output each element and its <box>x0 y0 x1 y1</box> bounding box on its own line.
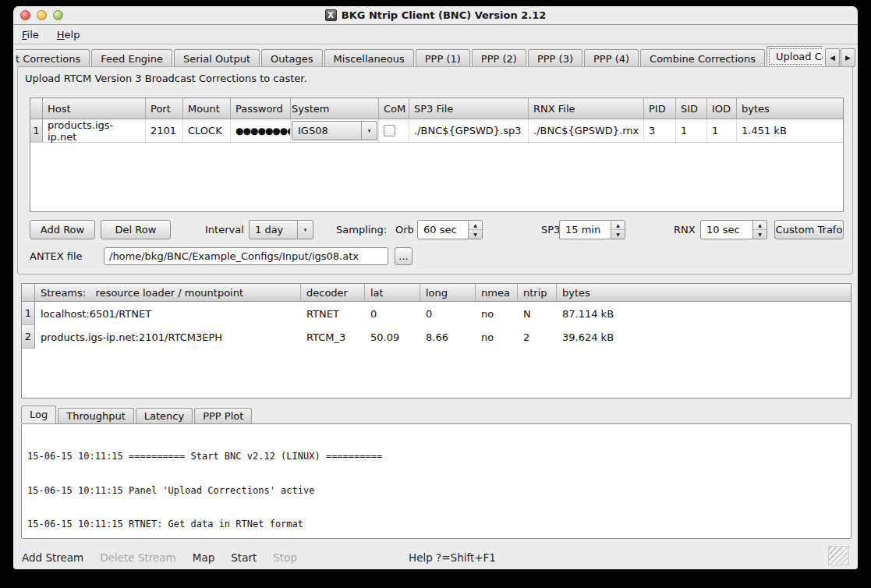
tab-broadcast-corrections[interactable]: t Corrections <box>16 49 90 67</box>
add-row-button[interactable]: Add Row <box>30 220 95 239</box>
column-header-com[interactable]: CoM <box>379 98 409 119</box>
resize-grip[interactable] <box>828 546 849 565</box>
spin-up-icon[interactable]: ▲ <box>611 221 625 230</box>
stream-row[interactable]: 1 localhost:6501/RTNET RTNET 0 0 no N 87… <box>22 302 851 325</box>
column-header-ntrip[interactable]: ntrip <box>518 284 557 301</box>
mount-cell[interactable]: CLOCK <box>183 119 231 142</box>
column-header-sid[interactable]: SID <box>676 98 707 119</box>
tab-feed-engine[interactable]: Feed Engine <box>91 49 172 67</box>
system-combobox[interactable]: IGS08 ▾ <box>292 121 377 140</box>
spin-up-icon[interactable]: ▲ <box>469 221 482 230</box>
rnx-file-cell[interactable]: ./BNC${GPSWD}.rnx <box>529 119 644 142</box>
column-header-iod[interactable]: IOD <box>707 98 737 119</box>
browse-button[interactable]: ... <box>395 247 412 265</box>
lat-cell[interactable]: 0 <box>365 302 420 325</box>
tab-ppp-2[interactable]: PPP (2) <box>472 49 526 67</box>
chevron-down-icon[interactable]: ▾ <box>297 221 313 239</box>
tab-latency[interactable]: Latency <box>136 408 193 423</box>
column-header-mountpoint[interactable]: Streams: resource loader / mountpoint <box>35 284 301 301</box>
stop-button: Stop <box>273 551 297 564</box>
log-output[interactable]: 15-06-15 10:11:15 ========== Start BNC v… <box>21 423 852 539</box>
map-button[interactable]: Map <box>193 551 215 564</box>
antex-file-input[interactable] <box>104 247 388 265</box>
tab-scroll-right-icon[interactable]: ▶ <box>841 48 855 67</box>
spin-down-icon[interactable]: ▼ <box>753 230 767 239</box>
rnx-spinbox[interactable]: 10 sec ▲▼ <box>700 220 767 239</box>
nmea-cell[interactable]: no <box>476 302 518 325</box>
column-header-decoder[interactable]: decoder <box>301 284 365 301</box>
tab-ppp-4[interactable]: PPP (4) <box>584 49 639 67</box>
bytes-cell[interactable]: 87.114 kB <box>557 302 851 325</box>
column-header-nmea[interactable]: nmea <box>476 284 518 301</box>
interval-combobox[interactable]: 1 day ▾ <box>249 220 313 239</box>
tab-bar: t Corrections Feed Engine Serial Output … <box>16 44 855 67</box>
tab-combine-corrections[interactable]: Combine Corrections <box>640 49 765 67</box>
column-header-bytes[interactable]: bytes <box>557 284 851 301</box>
zoom-button[interactable] <box>53 10 63 20</box>
com-checkbox[interactable] <box>384 125 395 136</box>
tab-serial-output[interactable]: Serial Output <box>174 49 260 67</box>
add-stream-button[interactable]: Add Stream <box>22 551 83 564</box>
row-number-cell[interactable]: 1 <box>30 119 43 142</box>
minimize-button[interactable] <box>37 10 47 20</box>
spin-up-icon[interactable]: ▲ <box>753 221 767 230</box>
decoder-cell[interactable]: RTCM_3 <box>301 325 365 349</box>
row-number-cell[interactable]: 1 <box>22 302 35 325</box>
tab-throughput[interactable]: Throughput <box>58 408 134 423</box>
menu-help[interactable]: Help <box>57 29 80 41</box>
mountpoint-cell[interactable]: localhost:6501/RTNET <box>35 302 301 325</box>
stream-row[interactable]: 2 products.igs-ip.net:2101/RTCM3EPH RTCM… <box>22 325 851 349</box>
tab-ppp-plot[interactable]: PPP Plot <box>194 408 252 423</box>
long-cell[interactable]: 8.66 <box>420 325 476 349</box>
titlebar[interactable]: X BKG Ntrip Client (BNC) Version 2.12 <box>13 6 858 25</box>
bottom-toolbar: Add Stream Delete Stream Map Start Stop … <box>13 545 858 569</box>
sp3-file-cell[interactable]: ./BNC${GPSWD}.sp3 <box>409 119 529 142</box>
column-header-system[interactable]: System <box>291 98 379 119</box>
tab-log[interactable]: Log <box>21 406 56 423</box>
port-cell[interactable]: 2101 <box>146 119 183 142</box>
tab-upload-corrections[interactable]: Upload Corrections <box>767 46 823 67</box>
del-row-button[interactable]: Del Row <box>101 220 171 239</box>
mountpoint-cell[interactable]: products.igs-ip.net:2101/RTCM3EPH <box>35 325 301 349</box>
bytes-cell[interactable]: 39.624 kB <box>557 325 851 349</box>
chevron-down-icon[interactable]: ▾ <box>361 122 377 140</box>
column-header-port[interactable]: Port <box>146 98 183 119</box>
menu-file[interactable]: File <box>22 29 39 41</box>
ntrip-cell[interactable]: N <box>518 302 557 325</box>
column-header-bytes[interactable]: bytes <box>737 98 843 119</box>
sp3-spinbox[interactable]: 15 min ▲▼ <box>559 220 625 239</box>
column-header-pid[interactable]: PID <box>644 98 676 119</box>
pane-description: Upload RTCM Version 3 Broadcast Correcti… <box>25 73 307 84</box>
tab-ppp-3[interactable]: PPP (3) <box>528 49 582 67</box>
long-cell[interactable]: 0 <box>420 302 476 325</box>
nmea-cell[interactable]: no <box>476 325 518 349</box>
column-header-password[interactable]: Password <box>231 98 291 119</box>
tab-ppp-1[interactable]: PPP (1) <box>416 49 470 67</box>
column-header-sp3-file[interactable]: SP3 File <box>409 98 529 119</box>
spin-down-icon[interactable]: ▼ <box>611 230 625 239</box>
close-button[interactable] <box>20 10 30 20</box>
lat-cell[interactable]: 50.09 <box>365 325 420 349</box>
iod-cell[interactable]: 1 <box>707 119 737 142</box>
streams-table: Streams: resource loader / mountpoint de… <box>21 283 852 398</box>
column-header-lat[interactable]: lat <box>365 284 420 301</box>
custom-trafo-button[interactable]: Custom Trafo <box>774 220 844 239</box>
tab-scroll-left-icon[interactable]: ◀ <box>825 48 840 67</box>
column-header-mount[interactable]: Mount <box>183 98 231 119</box>
password-cell[interactable]: ●●●●●●●● <box>231 119 291 142</box>
bytes-cell[interactable]: 1.451 kB <box>737 119 843 142</box>
orb-spinbox[interactable]: 60 sec ▲▼ <box>417 220 483 239</box>
column-header-long[interactable]: long <box>420 284 476 301</box>
column-header-host[interactable]: Host <box>43 98 146 119</box>
host-cell[interactable]: products.igs-ip.net <box>43 119 146 142</box>
start-button[interactable]: Start <box>231 551 257 564</box>
decoder-cell[interactable]: RTNET <box>301 302 365 325</box>
tab-miscellaneous[interactable]: Miscellaneous <box>324 49 414 67</box>
ntrip-cell[interactable]: 2 <box>518 325 557 349</box>
pid-cell[interactable]: 3 <box>644 119 676 142</box>
tab-outages[interactable]: Outages <box>261 49 323 67</box>
row-number-cell[interactable]: 2 <box>22 325 35 349</box>
column-header-rnx-file[interactable]: RNX File <box>529 98 644 119</box>
spin-down-icon[interactable]: ▼ <box>469 230 482 239</box>
sid-cell[interactable]: 1 <box>676 119 707 142</box>
